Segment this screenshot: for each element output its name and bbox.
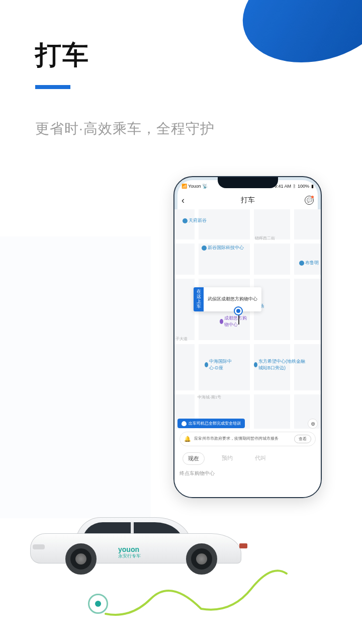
- phone-notch: [218, 177, 278, 188]
- poi-icon: [299, 261, 304, 266]
- map-view[interactable]: 锦晖西二街 子大道 中海城-南1号 天府新谷 新谷国际科技中心 布鲁明 icp环…: [174, 209, 321, 431]
- bluetooth-icon: ᛒ: [293, 184, 296, 189]
- car-headlight: [33, 544, 45, 549]
- hero-underline: [35, 85, 70, 89]
- callout-text: 武侯区成都悠方购物中心: [204, 287, 261, 311]
- target-icon: ⊕: [311, 421, 315, 427]
- back-button[interactable]: ‹: [182, 195, 185, 206]
- path-line: [101, 564, 292, 624]
- hero-title: 打车: [35, 38, 215, 73]
- poi-icon: [183, 218, 188, 223]
- safety-text: 出车司机已全部完成安全培训: [189, 421, 241, 426]
- locate-button[interactable]: ⊕: [308, 419, 318, 429]
- notice-bar: 🔔 应常州市市政府要求，疫情期间暂停跨城市服务 查看: [179, 432, 316, 446]
- map-road: [290, 209, 294, 431]
- destination-field[interactable]: 终点车购物中心: [179, 470, 316, 477]
- ride-tabs: 现在 预约 代叫: [179, 452, 316, 465]
- map-poi[interactable]: 布鲁明: [299, 260, 319, 266]
- notice-view-button[interactable]: 查看: [294, 435, 311, 443]
- safety-chip[interactable]: 出车司机已全部完成安全培训: [177, 419, 245, 428]
- map-poi[interactable]: 成都悠方购物中心: [220, 315, 250, 328]
- chat-icon: 💬: [307, 198, 312, 203]
- poi-icon: [202, 246, 207, 251]
- road-label: 子大道: [175, 336, 188, 342]
- road-label: 锦晖西二街: [255, 235, 275, 241]
- poi-icon: [254, 362, 257, 367]
- bottom-sheet: 🔔 应常州市市政府要求，疫情期间暂停跨城市服务 查看 现在 预约 代叫 终点车购…: [174, 429, 321, 497]
- map-poi[interactable]: 新谷国际科技中心: [202, 245, 244, 251]
- tab-other[interactable]: 代叫: [250, 452, 271, 465]
- tab-reserve[interactable]: 预约: [217, 452, 238, 465]
- background-box: [0, 236, 151, 518]
- car-brand-sub: 永安行专车: [118, 553, 141, 559]
- map-road: [250, 209, 254, 431]
- battery-icon: ▮: [311, 184, 314, 189]
- status-right: 9:41 AM ᛒ 100% ▮: [275, 184, 314, 189]
- background-arc: [231, 0, 362, 78]
- tab-now[interactable]: 现在: [183, 452, 205, 465]
- chat-button[interactable]: 💬: [305, 196, 314, 205]
- hero-section: 打车 更省时·高效乘车，全程守护: [35, 38, 215, 138]
- signal-icon: 📶: [182, 184, 187, 189]
- location-callout[interactable]: 在这上车 武侯区成都悠方购物中心: [194, 287, 261, 311]
- poi-icon: [220, 319, 223, 324]
- bell-icon: 🔔: [184, 436, 191, 442]
- status-left: 📶 Youon 📡: [182, 184, 208, 189]
- notice-text: 应常州市市政府要求，疫情期间暂停跨城市服务: [194, 436, 291, 441]
- car-brand-logo: youon: [118, 545, 139, 553]
- nav-title: 打车: [241, 196, 255, 205]
- wifi-icon: 📡: [202, 184, 208, 189]
- car-wheel: [65, 543, 97, 575]
- location-pin-icon: [235, 307, 242, 314]
- phone-frame: 📶 Youon 📡 9:41 AM ᛒ 100% ▮ ‹ 打车 💬 锦晖西二街 …: [173, 176, 322, 498]
- poi-icon: [205, 362, 208, 367]
- map-poi[interactable]: 东方希望中心(地铁金融城站B口旁边): [254, 358, 309, 371]
- road-label: 中海城-南1号: [198, 394, 221, 400]
- time-label: 9:41 AM: [275, 184, 291, 189]
- map-poi[interactable]: 天府新谷: [183, 217, 207, 224]
- nav-bar: ‹ 打车 💬: [174, 191, 321, 209]
- map-poi[interactable]: 中海国际中心-D座: [205, 358, 235, 371]
- carrier-label: Youon: [188, 184, 201, 189]
- hero-subtitle: 更省时·高效乘车，全程守护: [35, 119, 215, 138]
- callout-badge: 在这上车: [194, 287, 204, 311]
- shield-icon: [182, 421, 187, 426]
- car-taillight: [239, 543, 247, 548]
- battery-label: 100%: [298, 184, 309, 189]
